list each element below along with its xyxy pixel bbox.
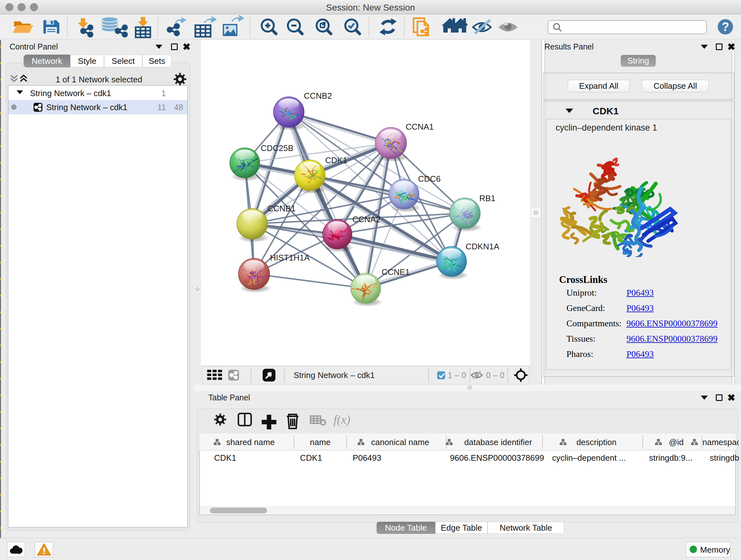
svg-text:CDC25B: CDC25B: [261, 143, 293, 153]
svg-text:CCNB2: CCNB2: [304, 91, 332, 101]
svg-text:CCNA1: CCNA1: [406, 122, 434, 132]
svg-text:CDKN1A: CDKN1A: [466, 242, 499, 251]
svg-text:name: name: [310, 437, 331, 447]
svg-text:0 – 0: 0 – 0: [486, 370, 504, 380]
svg-text:?: ?: [722, 20, 729, 34]
svg-text:namespace: namespace: [702, 437, 739, 447]
svg-text:database identifier: database identifier: [464, 437, 532, 447]
svg-text:CDK1: CDK1: [325, 155, 347, 165]
svg-text:shared name: shared name: [226, 437, 275, 447]
svg-text:canonical name: canonical name: [371, 437, 429, 447]
svg-text:CCNE1: CCNE1: [382, 267, 410, 277]
svg-text:RB1: RB1: [479, 193, 495, 203]
svg-text:String Network – cdk1: String Network – cdk1: [293, 370, 375, 380]
svg-text:f(x): f(x): [333, 413, 350, 427]
svg-text:CDC6: CDC6: [418, 174, 441, 184]
svg-text:CCNA2: CCNA2: [352, 214, 381, 224]
svg-text:CCNB1: CCNB1: [267, 204, 295, 213]
svg-text:@id: @id: [669, 437, 684, 447]
svg-text:description: description: [576, 437, 616, 447]
svg-text:1 – 0: 1 – 0: [448, 370, 466, 380]
svg-text:HIST1H1A: HIST1H1A: [270, 253, 310, 262]
